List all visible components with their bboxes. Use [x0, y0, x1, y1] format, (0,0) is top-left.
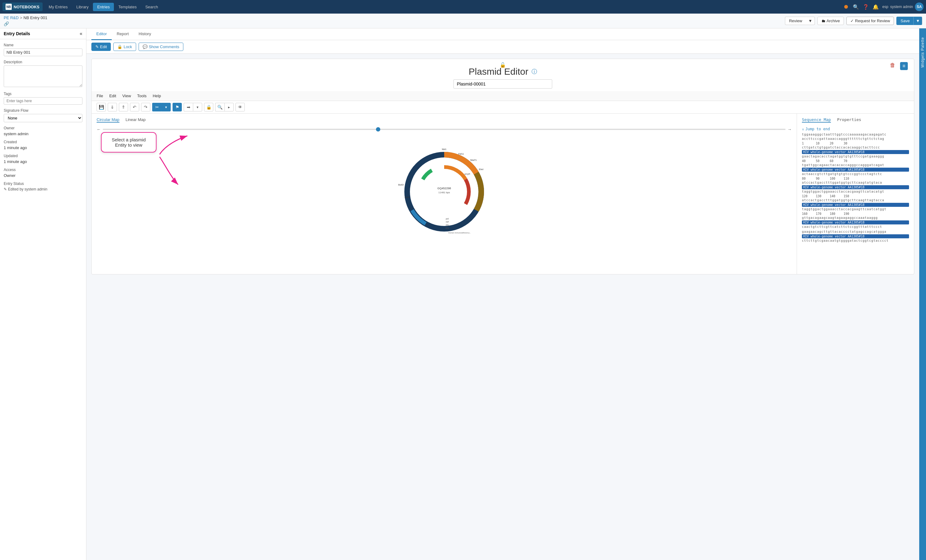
app-logo[interactable]: NB NOTEBOOKS — [3, 3, 42, 11]
bell-icon[interactable]: 🔔 — [873, 4, 879, 10]
created-label: Created — [4, 140, 82, 144]
plasmid-editor-container: 🔓 🗑 ≡ Plasmid Editor ⓘ — [91, 59, 914, 274]
menu-help[interactable]: Help — [153, 94, 161, 98]
cut-dropdown[interactable]: ▼ — [162, 103, 171, 112]
eye-icon[interactable]: 👁 — [236, 103, 245, 112]
nav-entries[interactable]: Entries — [93, 3, 114, 11]
tab-editor[interactable]: Editor — [91, 29, 112, 40]
svg-text:env: env — [445, 227, 449, 229]
owner-field-row: Owner system admin — [4, 126, 82, 136]
menu-file[interactable]: File — [97, 94, 103, 98]
entry-details-sidebar: Entry Details « Name Description Tags Si… — [0, 29, 86, 560]
archive-button[interactable]: 🖿 Archive — [817, 17, 844, 25]
info-icon[interactable]: ⓘ — [531, 68, 537, 75]
nav-my-entries[interactable]: My Entries — [44, 3, 72, 11]
seq-feature-bar-5: HIV whole-genome vector AA1305#18 — [802, 220, 909, 224]
trash-icon[interactable]: 🗑 — [890, 62, 896, 68]
menu-edit[interactable]: Edit — [109, 94, 116, 98]
slider-thumb[interactable] — [376, 127, 380, 132]
signature-select[interactable]: None — [4, 114, 82, 122]
created-value: 1 minute ago — [4, 145, 82, 150]
map-zoom-slider: ← → — [94, 126, 794, 133]
properties-tab[interactable]: Properties — [837, 117, 861, 123]
svg-text:rev: rev — [446, 224, 449, 226]
check-icon: ✓ — [850, 18, 854, 23]
status-badge: ✎ Edited by system admin — [4, 187, 82, 191]
edit-button[interactable]: ✎ Edit — [91, 42, 111, 51]
widgets-menu-button[interactable]: ≡ — [900, 62, 908, 70]
archive-icon: 🖿 — [822, 18, 825, 23]
status-value: Edited by system admin — [8, 187, 47, 191]
arrow-dropdown[interactable]: ▼ — [193, 103, 202, 112]
lock-toolbar-icon[interactable]: 🔒 — [204, 103, 213, 112]
name-input[interactable] — [4, 48, 82, 56]
map-tabs: Circular Map Linear Map — [94, 116, 794, 124]
delete-button[interactable]: 🗑 — [890, 62, 896, 68]
header-actions: Review ▼ 🖿 Archive ✓ Request for Review … — [785, 17, 922, 25]
svg-text:AvaII: AvaII — [405, 196, 410, 198]
signature-field-row: Signature Flow None — [4, 108, 82, 122]
search-icon[interactable]: 🔍 — [853, 4, 859, 10]
plasmid-editor-title: Plasmid Editor — [469, 67, 528, 77]
upload-icon[interactable]: ⇑ — [119, 103, 128, 112]
svg-text:BsrDI: BsrDI — [398, 184, 404, 186]
sidebar-collapse-button[interactable]: « — [80, 31, 82, 36]
blue-menu-icon[interactable]: ≡ — [900, 62, 908, 70]
breadcrumb-parent[interactable]: PE R&D — [4, 15, 18, 20]
save-file-icon[interactable]: 💾 — [97, 103, 106, 112]
tab-report[interactable]: Report — [112, 29, 134, 40]
download-icon[interactable]: ⇓ — [108, 103, 117, 112]
plasmid-name-row — [92, 79, 914, 91]
widgets-palette-panel[interactable]: Widgets Palette — [919, 29, 926, 560]
tab-history[interactable]: History — [134, 29, 156, 40]
jump-to-end-button[interactable]: ↓ Jump to end — [799, 126, 911, 132]
description-label: Description — [4, 60, 82, 64]
seq-row-7: gaagaacagcttgttacacccctatgagccagcatggga … — [802, 230, 909, 243]
created-field-row: Created 1 minute ago — [4, 140, 82, 150]
seq-row-6: 160 170 180 190 gttgacagaagcaagtagaagagg… — [802, 212, 909, 229]
signature-label: Signature Flow — [4, 108, 82, 113]
circular-map-tab[interactable]: Circular Map — [97, 117, 120, 123]
plasmid-name-input[interactable] — [454, 79, 552, 89]
pencil-icon: ✎ — [4, 187, 7, 191]
save-button[interactable]: Save — [896, 17, 913, 25]
user-name-label: system admin — [890, 5, 913, 9]
zoom-out-button[interactable]: ← — [97, 127, 101, 132]
nav-templates[interactable]: Templates — [114, 3, 141, 11]
arrow-right-icon[interactable]: ➡ — [184, 103, 193, 112]
slider-track[interactable] — [103, 129, 785, 130]
linear-map-tab[interactable]: Linear Map — [126, 117, 146, 123]
user-avatar[interactable]: SA — [915, 3, 923, 11]
zoom-in-button[interactable]: → — [787, 127, 792, 132]
review-button[interactable]: Review — [785, 17, 806, 25]
seq-feature-bar-2: HIV whole-genome vector AA1305#18 — [802, 168, 909, 172]
description-textarea[interactable] — [4, 65, 82, 87]
zoom-dropdown[interactable]: ► — [224, 103, 234, 112]
zoom-icon[interactable]: 🔍 — [215, 103, 224, 112]
nav-library[interactable]: Library — [72, 3, 93, 11]
save-dropdown[interactable]: ▼ — [913, 17, 922, 25]
content-area: Editor Report History ✎ Edit 🔒 Lock 💬 Sh… — [86, 29, 919, 560]
redo-icon[interactable]: ↷ — [141, 103, 150, 112]
nav-search[interactable]: Search — [141, 3, 162, 11]
cut-icon[interactable]: ✂ — [152, 103, 162, 112]
lock-button[interactable]: 🔒 Lock — [113, 42, 136, 51]
show-comments-button[interactable]: 💬 Show Comments — [139, 42, 183, 51]
flag-icon[interactable]: ⚑ — [172, 103, 182, 112]
seq-row-1: tggaaagggctaatttggtcccaaaaaagacaagagatc … — [802, 132, 909, 141]
link-icon[interactable]: 🔗 — [4, 21, 9, 26]
tags-input[interactable] — [4, 97, 82, 104]
undo-icon[interactable]: ↶ — [130, 103, 139, 112]
menu-tools[interactable]: Tools — [137, 94, 146, 98]
sequence-map-tab[interactable]: Sequence Map — [802, 117, 831, 123]
editor-content: 🔓 🗑 ≡ Plasmid Editor ⓘ — [86, 54, 919, 279]
menu-view[interactable]: View — [122, 94, 131, 98]
review-dropdown[interactable]: ▼ — [806, 17, 815, 25]
seq-feature-bar-6: HIV whole-genome vector AA1305#18 — [802, 234, 909, 238]
seq-row-3: 40 50 60 70 tgattggcagaactacacaccagggcca… — [802, 159, 909, 176]
help-icon[interactable]: ❓ — [863, 4, 869, 10]
svg-text:Faf11: Faf11 — [458, 153, 464, 155]
request-review-button[interactable]: ✓ Request for Review — [846, 17, 894, 25]
tabs-bar: Editor Report History — [86, 29, 919, 40]
editor-toolbar: ✎ Edit 🔒 Lock 💬 Show Comments — [86, 40, 919, 54]
